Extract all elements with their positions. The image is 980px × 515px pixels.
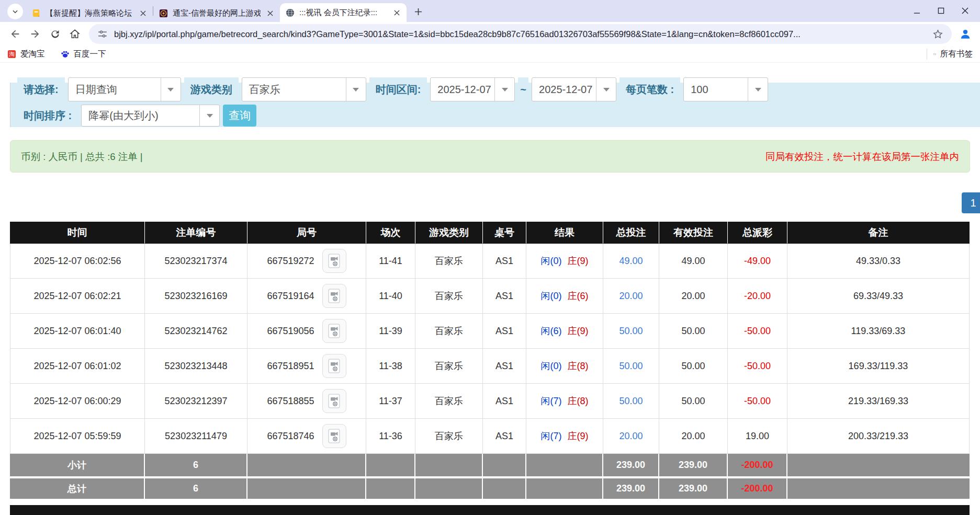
- cell-round: 667519056: [247, 314, 366, 349]
- browser-tab-bar: 【新提醒】海燕策略论坛 - 综合 通宝-信誉最好的网上游戏平台 :::视讯 会员…: [0, 0, 980, 22]
- next-table-header-strip: [10, 505, 970, 515]
- cell-remark: 200.33/219.33: [787, 419, 970, 454]
- close-tab-icon[interactable]: [265, 8, 275, 18]
- cell-result: 闲(7) 庄(9): [526, 419, 603, 454]
- cell-payout: -50.00: [728, 349, 787, 384]
- result-player: 闲(7): [540, 431, 561, 441]
- globe-favicon-icon: [285, 8, 295, 17]
- result-banker: 庄(9): [568, 326, 589, 336]
- cell-total-bet[interactable]: 50.00: [603, 349, 659, 384]
- tab-search-button[interactable]: [7, 4, 23, 19]
- bookmark-star-icon[interactable]: [932, 29, 943, 40]
- cell-remark: 49.33/0.33: [787, 244, 970, 279]
- round-number: 667518746: [267, 431, 314, 441]
- pagination-page-1[interactable]: 1: [962, 192, 980, 213]
- result-player: 闲(0): [540, 291, 561, 301]
- reload-icon: [50, 29, 61, 40]
- home-button[interactable]: [65, 24, 85, 44]
- bookmark-baidu[interactable]: 百度一下: [61, 49, 106, 60]
- close-tab-icon[interactable]: [392, 8, 401, 17]
- round-number: 667519272: [267, 256, 314, 266]
- header-result: 结果: [526, 222, 603, 244]
- cell-session: 11-40: [366, 279, 415, 314]
- subtotal-row: 小计 6 239.00 239.00 -200.00: [10, 454, 970, 476]
- tab-tongbao[interactable]: 通宝-信誉最好的网上游戏平台: [153, 4, 280, 22]
- cell-time: 2025-12-07 06:01:40: [10, 314, 145, 349]
- tab-forum[interactable]: 【新提醒】海燕策略论坛 - 综合: [26, 4, 153, 22]
- game-type-select[interactable]: 百家乐: [242, 77, 366, 101]
- cell-game-type: 百家乐: [415, 349, 483, 384]
- filter-row-1: 请选择: 日期查询 游戏类别 百家乐 时间区间: 2025-12-07 ~ 20…: [17, 77, 768, 101]
- new-tab-button[interactable]: [411, 4, 425, 19]
- cell-table: AS1: [483, 384, 526, 419]
- video-replay-icon[interactable]: [322, 389, 346, 413]
- cell-total-bet[interactable]: 50.00: [603, 314, 659, 349]
- profile-avatar[interactable]: [956, 25, 975, 43]
- back-button[interactable]: [5, 24, 25, 44]
- forward-button[interactable]: [25, 24, 45, 44]
- url-text: bjbj.xyz/ipl/portal.php/game/betrecord_s…: [114, 29, 926, 39]
- video-replay-icon[interactable]: [322, 354, 346, 378]
- minimize-button[interactable]: [905, 0, 929, 21]
- video-replay-icon[interactable]: [322, 249, 346, 273]
- bookmark-aitaobao[interactable]: 淘 爱淘宝: [7, 49, 45, 60]
- cell-remark: 169.33/119.33: [787, 349, 970, 384]
- cell-total-bet[interactable]: 20.00: [603, 419, 659, 454]
- tab-bet-records[interactable]: :::视讯 会员下注纪录:::: [280, 3, 407, 22]
- cell-payout: 19.00: [728, 419, 787, 454]
- header-session: 场次: [366, 222, 415, 244]
- query-mode-select[interactable]: 日期查询: [68, 77, 181, 101]
- date-to-select[interactable]: 2025-12-07: [532, 77, 616, 101]
- footer-empty-cell: [366, 454, 415, 476]
- page-content: 请选择: 日期查询 游戏类别 百家乐 时间区间: 2025-12-07 ~ 20…: [0, 63, 980, 515]
- chevron-down-icon: [596, 78, 616, 101]
- home-icon: [69, 28, 81, 40]
- video-replay-icon[interactable]: [322, 319, 346, 343]
- page-size-select[interactable]: 100: [683, 77, 768, 101]
- video-replay-icon[interactable]: [322, 424, 346, 448]
- subtotal-valid-bet: 239.00: [659, 454, 728, 476]
- result-player: 闲(0): [540, 361, 561, 371]
- cell-payout: -50.00: [728, 314, 787, 349]
- address-bar[interactable]: bjbj.xyz/ipl/portal.php/game/betrecord_s…: [89, 24, 952, 44]
- chevron-down-icon: [199, 105, 219, 126]
- round-number: 667518951: [267, 361, 314, 371]
- chevron-down-icon: [12, 8, 19, 15]
- cell-game-type: 百家乐: [415, 314, 483, 349]
- chevron-down-icon: [748, 78, 768, 101]
- game-type-label: 游戏类别: [184, 77, 239, 101]
- cell-payout: -49.00: [728, 244, 787, 279]
- cell-valid-bet: 50.00: [659, 384, 728, 419]
- cell-payout: -20.00: [728, 279, 787, 314]
- date-from-select[interactable]: 2025-12-07: [430, 77, 515, 101]
- currency-summary-text: 币别 : 人民币 | 总共 :6 注单 |: [21, 150, 143, 163]
- close-tab-icon[interactable]: [138, 8, 148, 18]
- table-row: 2025-12-07 06:02:21 523023216169 6675191…: [10, 279, 970, 314]
- all-bookmarks-button[interactable]: 所有书签: [927, 49, 973, 60]
- cell-game-type: 百家乐: [415, 419, 483, 454]
- cell-total-bet[interactable]: 20.00: [603, 279, 659, 314]
- header-valid-bet: 有效投注: [659, 222, 728, 244]
- reload-button[interactable]: [45, 24, 65, 44]
- video-replay-icon[interactable]: [322, 284, 346, 308]
- table-row: 2025-12-07 05:59:59 523023211479 6675187…: [10, 419, 970, 454]
- result-banker: 庄(8): [568, 396, 589, 406]
- subtotal-label: 小计: [10, 454, 145, 476]
- sort-select[interactable]: 降幂(由大到小): [81, 105, 220, 127]
- notice-text: 同局有效投注，统一计算在该局第一张注单内: [765, 150, 959, 163]
- cell-total-bet[interactable]: 50.00: [603, 384, 659, 419]
- footer-empty-cell: [526, 476, 603, 499]
- header-remark: 备注: [787, 222, 970, 244]
- cell-session: 11-37: [366, 384, 415, 419]
- footer-empty-cell: [247, 476, 366, 499]
- footer-empty-cell: [247, 454, 366, 476]
- cell-result: 闲(0) 庄(6): [526, 279, 603, 314]
- round-number: 667519056: [267, 326, 314, 336]
- maximize-button[interactable]: [929, 0, 953, 21]
- close-window-button[interactable]: [953, 0, 977, 21]
- footer-empty-cell: [415, 476, 483, 499]
- cell-valid-bet: 20.00: [659, 419, 728, 454]
- footer-empty-cell: [366, 476, 415, 499]
- cell-total-bet[interactable]: 49.00: [603, 244, 659, 279]
- search-button[interactable]: 查询: [223, 105, 256, 127]
